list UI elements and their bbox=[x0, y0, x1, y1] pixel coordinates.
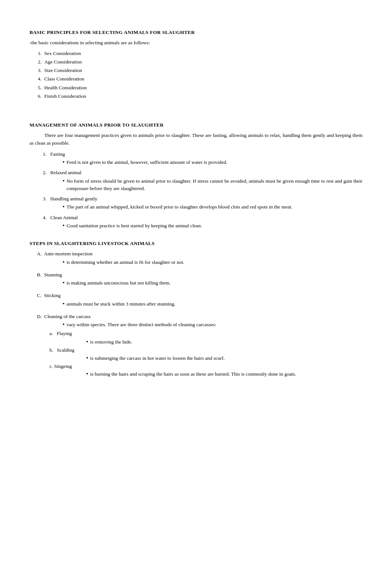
section3-heading: STEPS IN SLAUGHTERING LIVESTOCK ANIMALS bbox=[30, 240, 362, 247]
bullet-text: Feed is not given to the animal, however… bbox=[66, 159, 362, 166]
sub-bullet: ■ is submerging the carcass in hot water… bbox=[86, 355, 362, 362]
bullet-text: is burning the hairs and scraping the ha… bbox=[90, 370, 362, 378]
alpha-label: D. Cleaning of the carcass bbox=[37, 313, 362, 320]
item-bullet: ■ is making animals unconscious but not … bbox=[63, 279, 362, 287]
item-bullet: ■ animals must be stuck within 3 minutes… bbox=[63, 300, 362, 308]
section3-item-B: B. Stunning ■ is making animals unconsci… bbox=[30, 271, 362, 287]
section1: BASIC PRINCIPLES FOR SELECTING ANIMALS F… bbox=[30, 29, 362, 100]
section2-item-3: 3. Handling animal gently ■ The part of … bbox=[30, 195, 362, 211]
sub-bullet: ■ is removing the hide. bbox=[86, 338, 362, 346]
bullet-icon: ■ bbox=[86, 355, 88, 362]
item-label: 4. Clean Animal bbox=[43, 214, 362, 221]
section1-list: Sex Consideration Age Consideration Size… bbox=[43, 50, 362, 100]
section3: STEPS IN SLAUGHTERING LIVESTOCK ANIMALS … bbox=[30, 240, 362, 378]
section2: MANAGEMENT OF ANIMALS PRIOR TO SLAUGHTER… bbox=[30, 121, 362, 230]
item-label: 3. Handling animal gently bbox=[43, 195, 362, 203]
bullet-icon: ■ bbox=[63, 177, 64, 193]
list-item: Age Consideration bbox=[43, 58, 362, 66]
item-bullet: ■ is determining whether an animal is fi… bbox=[63, 259, 362, 266]
alpha-label: A. Ante-mortem inspection bbox=[37, 250, 362, 258]
bullet-icon: ■ bbox=[63, 203, 64, 211]
bullet-icon: ■ bbox=[86, 338, 88, 346]
alpha-label: B. Stunning bbox=[37, 271, 362, 279]
item-bullet: ■ Good sanitation practice is best start… bbox=[63, 222, 362, 230]
section2-item-1: 1. Fasting ■ Feed is not given to the an… bbox=[30, 151, 362, 166]
sub-label: a. Flaying bbox=[49, 330, 362, 337]
item-label: 1. Fasting bbox=[43, 151, 362, 158]
list-item: Size Consideration bbox=[43, 67, 362, 74]
bullet-icon: ■ bbox=[63, 321, 64, 328]
alpha-label: C. Sticking bbox=[37, 292, 362, 299]
bullet-icon: ■ bbox=[63, 279, 64, 287]
bullet-text: is submerging the carcass in hot water t… bbox=[90, 355, 362, 362]
bullet-text: is removing the hide. bbox=[90, 338, 362, 346]
list-item: Class Consideration bbox=[43, 75, 362, 83]
bullet-text: Good sanitation practice is best started… bbox=[66, 222, 362, 230]
list-item: Sex Consideration bbox=[43, 50, 362, 57]
section3-item-D: D. Cleaning of the carcass ■ vary within… bbox=[30, 313, 362, 378]
sub-item-c: c. Singeing ■ is burning the hairs and s… bbox=[49, 363, 362, 378]
section2-paragraph: There are four management practices give… bbox=[30, 132, 362, 147]
item-bullet: ■ No form of stress should be given to a… bbox=[63, 177, 362, 193]
section3-item-A: A. Ante-mortem inspection ■ is determini… bbox=[30, 250, 362, 266]
sub-item-b: b. Scalding ■ is submerging the carcass … bbox=[49, 346, 362, 362]
section2-item-4: 4. Clean Animal ■ Good sanitation practi… bbox=[30, 214, 362, 230]
bullet-icon: ■ bbox=[63, 259, 64, 266]
item-label: 2. Relaxed animal bbox=[43, 169, 362, 176]
item-bullet: ■ The part of an animal whipped, kicked … bbox=[63, 203, 362, 211]
bullet-text: No form of stress should be given to ani… bbox=[66, 177, 362, 193]
sub-label: b. Scalding bbox=[49, 346, 362, 354]
bullet-icon: ■ bbox=[63, 222, 64, 230]
sub-item-a: a. Flaying ■ is removing the hide. bbox=[49, 330, 362, 346]
list-item: Finish Consideration bbox=[43, 93, 362, 100]
bullet-text: animals must be stuck within 3 minutes a… bbox=[66, 300, 362, 308]
singeing-label: c. Singeing bbox=[49, 363, 362, 370]
singeing-bullet: ■ is burning the hairs and scraping the … bbox=[86, 370, 362, 378]
item-bullet: ■ Feed is not given to the animal, howev… bbox=[63, 159, 362, 166]
bullet-text: vary within species. There are three dis… bbox=[66, 321, 362, 328]
bullet-text: The part of an animal whipped, kicked or… bbox=[66, 203, 362, 211]
section2-heading: MANAGEMENT OF ANIMALS PRIOR TO SLAUGHTER bbox=[30, 121, 362, 129]
item-bullet: ■ vary within species. There are three d… bbox=[63, 321, 362, 328]
section1-intro: -the basic considerations in selecting a… bbox=[30, 39, 362, 46]
section3-item-C: C. Sticking ■ animals must be stuck with… bbox=[30, 292, 362, 308]
section1-heading: BASIC PRINCIPLES FOR SELECTING ANIMALS F… bbox=[30, 29, 362, 36]
list-item: Health Consideration bbox=[43, 84, 362, 92]
bullet-text: is determining whether an animal is fit … bbox=[66, 259, 362, 266]
bullet-text: is making animals unconscious but not ki… bbox=[66, 279, 362, 287]
bullet-icon: ■ bbox=[63, 159, 64, 166]
bullet-icon: ■ bbox=[63, 300, 64, 308]
bullet-icon: ■ bbox=[86, 370, 88, 378]
section2-item-2: 2. Relaxed animal ■ No form of stress sh… bbox=[30, 169, 362, 192]
